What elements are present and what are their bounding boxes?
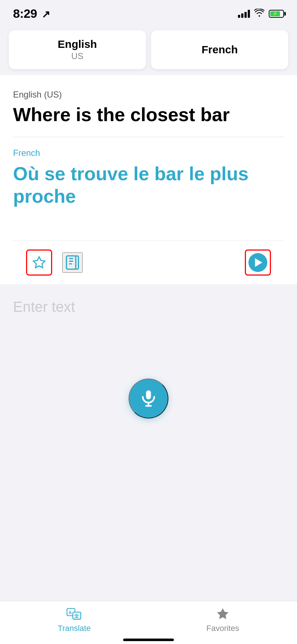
favorite-button[interactable] <box>26 249 52 276</box>
play-circle <box>248 253 267 272</box>
target-language-label: French <box>13 148 284 158</box>
translation-card: English (US) Where is the closest bar Fr… <box>0 75 297 284</box>
target-section: French Où se trouve le bar le plus proch… <box>13 148 284 219</box>
play-button[interactable] <box>245 249 271 276</box>
dictionary-button[interactable] <box>62 252 83 273</box>
translate-icon: A 文 <box>66 607 82 621</box>
source-language-label: English (US) <box>13 90 284 100</box>
svg-marker-12 <box>217 608 229 619</box>
spacer <box>0 433 297 491</box>
signal-icon <box>238 10 250 18</box>
action-left <box>26 249 83 276</box>
input-placeholder: Enter text <box>13 299 75 315</box>
source-language-button[interactable]: English US <box>9 30 146 69</box>
svg-text:文: 文 <box>74 614 79 619</box>
tab-favorites-label: Favorites <box>206 624 239 633</box>
source-language-sublabel: US <box>16 51 139 61</box>
tab-bar: A 文 Translate Favorites <box>0 601 297 644</box>
svg-marker-0 <box>33 257 45 268</box>
action-bar <box>13 240 284 284</box>
target-language-name: French <box>201 44 238 55</box>
input-area[interactable]: Enter text <box>0 284 297 371</box>
status-icons: ⚡ <box>238 9 284 19</box>
book-icon <box>64 255 80 271</box>
home-indicator <box>123 639 174 641</box>
tab-translate[interactable]: A 文 Translate <box>0 607 148 633</box>
target-language-button[interactable]: French <box>151 30 288 69</box>
source-text: Where is the closest bar <box>13 104 284 126</box>
play-triangle-icon <box>255 258 262 267</box>
microphone-icon <box>139 389 158 408</box>
section-divider <box>13 137 284 137</box>
target-text: Où se trouve le bar le plus proche <box>13 162 284 208</box>
battery-icon: ⚡ <box>269 10 284 18</box>
status-time: 8:29 ↗ <box>13 7 50 21</box>
mic-container <box>0 371 297 433</box>
tab-translate-label: Translate <box>58 624 91 633</box>
language-selector: English US French <box>0 24 297 75</box>
svg-rect-1 <box>67 256 76 269</box>
svg-rect-5 <box>146 390 151 399</box>
source-section: English (US) Where is the closest bar <box>13 90 284 137</box>
source-language-name: English <box>16 38 139 50</box>
wifi-icon <box>254 9 264 19</box>
svg-text:A: A <box>68 610 72 615</box>
tab-favorites[interactable]: Favorites <box>148 607 297 633</box>
favorites-icon <box>216 607 230 621</box>
status-bar: 8:29 ↗ ⚡ <box>0 0 297 24</box>
star-icon <box>32 256 46 269</box>
microphone-button[interactable] <box>129 379 168 418</box>
